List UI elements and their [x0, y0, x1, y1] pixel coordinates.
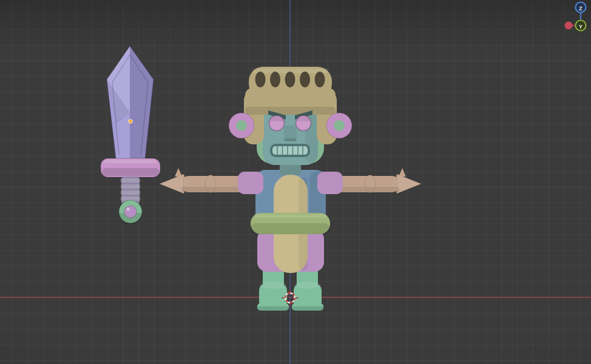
- character-left-shoulder: [238, 172, 263, 194]
- character-left-ear: [229, 113, 254, 138]
- character-right-shoulder: [317, 172, 343, 194]
- view-axis-gizmo[interactable]: Z Y: [565, 2, 586, 31]
- object-origin-point[interactable]: [129, 120, 132, 123]
- character-right-ear: [326, 113, 352, 138]
- viewport-3d[interactable]: Z Y: [0, 0, 591, 364]
- sword-model[interactable]: [101, 46, 160, 224]
- sword-pommel-core: [124, 206, 137, 218]
- gizmo-z-label: Z: [579, 5, 583, 12]
- character-belt: [251, 213, 330, 234]
- gizmo-x-negative-ball[interactable]: [565, 22, 573, 30]
- gizmo-y-label: Y: [579, 23, 583, 30]
